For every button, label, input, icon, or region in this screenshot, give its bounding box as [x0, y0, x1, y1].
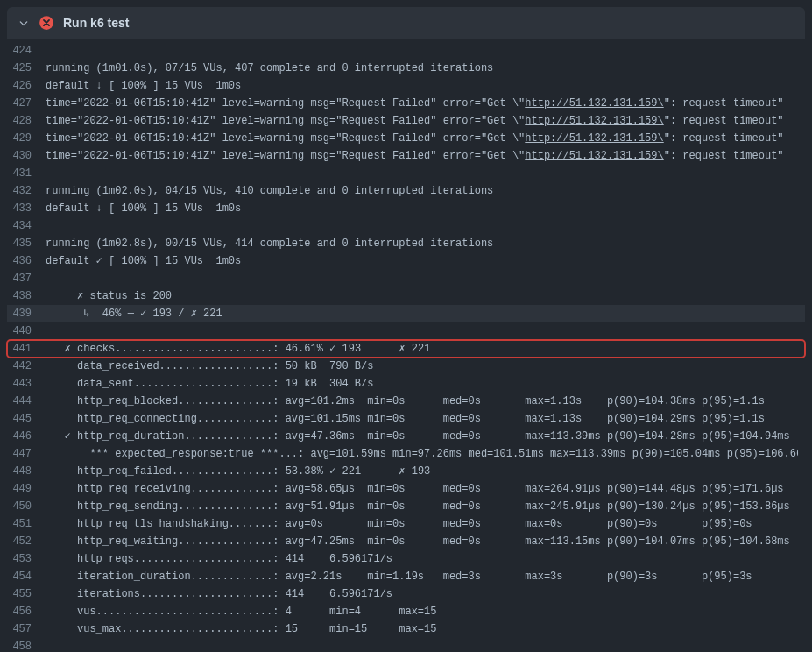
line-number: 442 [7, 358, 46, 375]
line-number: 427 [7, 95, 46, 112]
line-number: 438 [7, 287, 46, 305]
log-line: 447 *** expected_response:true ***...: a… [7, 445, 805, 463]
log-text: http_req_receiving.............: avg=58.… [46, 480, 798, 498]
log-url[interactable]: http://51.132.131.159\ [525, 97, 663, 110]
log-url[interactable]: http://51.132.131.159\ [525, 150, 663, 162]
line-number: 458 [7, 638, 46, 652]
log-line: 456 vus............................: 4 m… [7, 603, 805, 620]
log-line: 433default ↓ [ 100% ] 15 VUs 1m0s [7, 200, 805, 217]
line-number: 443 [7, 375, 46, 393]
log-text: ↳ 46% — ✓ 193 / ✗ 221 [46, 305, 798, 322]
log-line: 440 [7, 322, 805, 340]
log-line: 457 vus_max........................: 15 … [7, 620, 805, 638]
log-text: http_req_failed................: 53.38% … [46, 463, 798, 480]
log-line: 436default ✓ [ 100% ] 15 VUs 1m0s [7, 252, 805, 270]
log-line: 431 [7, 165, 805, 182]
log-text: default ✓ [ 100% ] 15 VUs 1m0s [46, 252, 798, 270]
log-line: 453 http_reqs......................: 414… [7, 550, 805, 568]
log-text: ✗ status is 200 [46, 287, 798, 305]
log-line: 455 iterations.....................: 414… [7, 585, 805, 603]
log-line: 434 [7, 217, 805, 235]
log-text: time="2022-01-06T15:10:41Z" level=warnin… [46, 130, 798, 147]
log-line: 442 data_received..................: 50 … [7, 358, 805, 375]
log-text: running (1m02.0s), 04/15 VUs, 410 comple… [46, 182, 798, 200]
line-number: 437 [7, 270, 46, 287]
line-number: 452 [7, 533, 46, 550]
log-text: data_received..................: 50 kB 7… [46, 358, 798, 375]
log-line: 441 ✗ checks.........................: 4… [7, 340, 805, 358]
log-text: time="2022-01-06T15:10:41Z" level=warnin… [46, 95, 798, 112]
line-number: 441 [7, 340, 46, 358]
log-line: 428time="2022-01-06T15:10:41Z" level=war… [7, 112, 805, 130]
log-line: 448 http_req_failed................: 53.… [7, 463, 805, 480]
line-number: 451 [7, 515, 46, 533]
step-title: Run k6 test [63, 14, 129, 32]
line-number: 429 [7, 130, 46, 147]
line-number: 447 [7, 445, 46, 463]
log-text: http_req_waiting...............: avg=47.… [46, 533, 798, 550]
log-line: 439 ↳ 46% — ✓ 193 / ✗ 221 [7, 305, 805, 322]
line-number: 424 [7, 42, 46, 60]
log-text: time="2022-01-06T15:10:41Z" level=warnin… [46, 112, 798, 130]
line-number: 440 [7, 322, 46, 340]
log-text: http_req_blocked...............: avg=101… [46, 393, 798, 410]
log-text: http_req_sending...............: avg=51.… [46, 498, 798, 515]
error-icon [39, 15, 54, 31]
log-line: 449 http_req_receiving.............: avg… [7, 480, 805, 498]
log-line: 445 http_req_connecting............: avg… [7, 410, 805, 428]
line-number: 455 [7, 585, 46, 603]
line-number: 439 [7, 305, 46, 322]
log-line: 430time="2022-01-06T15:10:41Z" level=war… [7, 147, 805, 165]
log-text: running (1m02.8s), 00/15 VUs, 414 comple… [46, 235, 798, 252]
line-number: 431 [7, 165, 46, 182]
log-text: vus_max........................: 15 min=… [46, 620, 798, 638]
line-number: 449 [7, 480, 46, 498]
log-line: 435running (1m02.8s), 00/15 VUs, 414 com… [7, 235, 805, 252]
log-text: iterations.....................: 414 6.5… [46, 585, 798, 603]
line-number: 432 [7, 182, 46, 200]
line-number: 433 [7, 200, 46, 217]
log-line: 425running (1m01.0s), 07/15 VUs, 407 com… [7, 60, 805, 77]
line-number: 446 [7, 428, 46, 445]
line-number: 425 [7, 60, 46, 77]
line-number: 434 [7, 217, 46, 235]
line-number: 436 [7, 252, 46, 270]
line-number: 454 [7, 568, 46, 585]
line-number: 450 [7, 498, 46, 515]
line-number: 448 [7, 463, 46, 480]
log-line: 454 iteration_duration.............: avg… [7, 568, 805, 585]
log-line: 429time="2022-01-06T15:10:41Z" level=war… [7, 130, 805, 147]
log-text: http_req_connecting............: avg=101… [46, 410, 798, 428]
line-number: 426 [7, 77, 46, 95]
log-text: time="2022-01-06T15:10:41Z" level=warnin… [46, 147, 798, 165]
log-text: http_reqs......................: 414 6.5… [46, 550, 798, 568]
line-number: 457 [7, 620, 46, 638]
line-number: 445 [7, 410, 46, 428]
log-url[interactable]: http://51.132.131.159\ [525, 132, 663, 145]
line-number: 430 [7, 147, 46, 165]
log-line: 450 http_req_sending...............: avg… [7, 498, 805, 515]
step-header[interactable]: Run k6 test [7, 7, 805, 39]
log-line: 424 [7, 42, 805, 60]
log-text: http_req_tls_handshaking.......: avg=0s … [46, 515, 798, 533]
log-text: ✗ checks.........................: 46.61… [46, 340, 798, 358]
log-line: 427time="2022-01-06T15:10:41Z" level=war… [7, 95, 805, 112]
line-number: 435 [7, 235, 46, 252]
log-text: *** expected_response:true ***...: avg=1… [46, 445, 798, 463]
line-number: 444 [7, 393, 46, 410]
log-line: 437 [7, 270, 805, 287]
log-text: vus............................: 4 min=4… [46, 603, 798, 620]
log-line: 444 http_req_blocked...............: avg… [7, 393, 805, 410]
log-text: iteration_duration.............: avg=2.2… [46, 568, 798, 585]
log-line: 432running (1m02.0s), 04/15 VUs, 410 com… [7, 182, 805, 200]
log-text: default ↓ [ 100% ] 15 VUs 1m0s [46, 200, 798, 217]
log-line: 443 data_sent......................: 19 … [7, 375, 805, 393]
chevron-down-icon [18, 17, 30, 29]
log-text: default ↓ [ 100% ] 15 VUs 1m0s [46, 77, 798, 95]
line-number: 456 [7, 603, 46, 620]
log-body: 424425running (1m01.0s), 07/15 VUs, 407 … [0, 42, 812, 652]
log-text: ✓ http_req_duration..............: avg=4… [46, 428, 798, 445]
log-line: 458 [7, 638, 805, 652]
log-url[interactable]: http://51.132.131.159\ [525, 115, 663, 127]
line-number: 428 [7, 112, 46, 130]
